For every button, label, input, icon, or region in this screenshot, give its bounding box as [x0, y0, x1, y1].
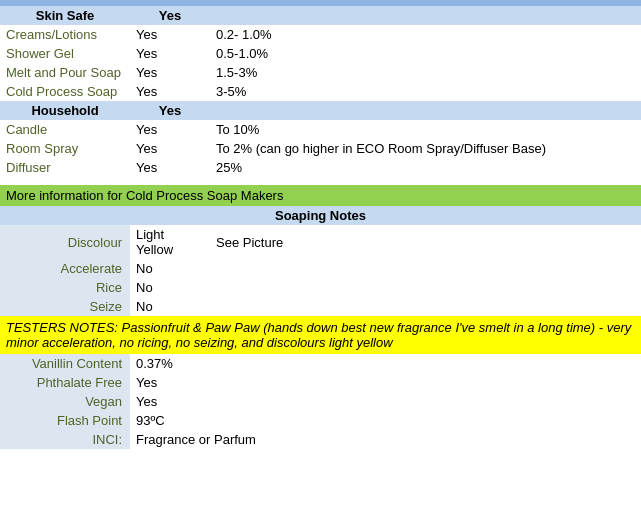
- soaping-value1: Light Yellow: [130, 225, 210, 259]
- info-value: Yes: [130, 392, 641, 411]
- soaping-value1: No: [130, 278, 210, 297]
- subheader-recommended: [210, 6, 641, 25]
- info-value: 0.37%: [130, 354, 641, 373]
- recommended-cell: 1.5-3%: [210, 63, 641, 82]
- suited-cell: Yes: [130, 44, 210, 63]
- table-row: Room Spray Yes To 2% (can go higher in E…: [0, 139, 641, 158]
- info-label: Vegan: [0, 392, 130, 411]
- info-value: Yes: [130, 373, 641, 392]
- info-label: Phthalate Free: [0, 373, 130, 392]
- uses-cell: Shower Gel: [0, 44, 130, 63]
- info-row: Phthalate Free Yes: [0, 373, 641, 392]
- subheader-recommended: [210, 101, 641, 120]
- recommended-cell: 3-5%: [210, 82, 641, 101]
- uses-cell: Melt and Pour Soap: [0, 63, 130, 82]
- soaping-notes-label: Soaping Notes: [0, 206, 641, 225]
- uses-cell: Room Spray: [0, 139, 130, 158]
- soaping-label: Discolour: [0, 225, 130, 259]
- soaping-label: Seize: [0, 297, 130, 316]
- soaping-value2: [210, 297, 641, 316]
- table-row: Melt and Pour Soap Yes 1.5-3%: [0, 63, 641, 82]
- recommended-cell: 25%: [210, 158, 641, 177]
- soaping-value1: No: [130, 297, 210, 316]
- suited-cell: Yes: [130, 139, 210, 158]
- info-label: INCI:: [0, 430, 130, 449]
- info-row: Vanillin Content 0.37%: [0, 354, 641, 373]
- soaping-notes-header: Soaping Notes: [0, 206, 641, 225]
- tester-notes-row: TESTERS NOTES: Passionfruit & Paw Paw (h…: [0, 316, 641, 354]
- soaping-row: Discolour Light Yellow See Picture: [0, 225, 641, 259]
- subheader-label: Skin Safe: [0, 6, 130, 25]
- info-row: Flash Point 93ºC: [0, 411, 641, 430]
- info-label: Flash Point: [0, 411, 130, 430]
- soaping-row: Rice No: [0, 278, 641, 297]
- subheader-row: Household Yes: [0, 101, 641, 120]
- info-row: Vegan Yes: [0, 392, 641, 411]
- suited-cell: Yes: [130, 63, 210, 82]
- subheader-row: Skin Safe Yes: [0, 6, 641, 25]
- uses-cell: Diffuser: [0, 158, 130, 177]
- table-row: Shower Gel Yes 0.5-1.0%: [0, 44, 641, 63]
- table-row: Cold Process Soap Yes 3-5%: [0, 82, 641, 101]
- recommended-cell: 0.5-1.0%: [210, 44, 641, 63]
- tester-notes-text: TESTERS NOTES: Passionfruit & Paw Paw (h…: [0, 316, 641, 354]
- table-row: Diffuser Yes 25%: [0, 158, 641, 177]
- suited-cell: Yes: [130, 158, 210, 177]
- info-label: Vanillin Content: [0, 354, 130, 373]
- suited-cell: Yes: [130, 82, 210, 101]
- soaping-value2: See Picture: [210, 225, 641, 259]
- soaping-row: Accelerate No: [0, 259, 641, 278]
- subheader-suited: Yes: [130, 6, 210, 25]
- cold-process-header: More information for Cold Process Soap M…: [0, 185, 641, 206]
- subheader-label: Household: [0, 101, 130, 120]
- subheader-suited: Yes: [130, 101, 210, 120]
- soaping-value1: No: [130, 259, 210, 278]
- info-value: Fragrance or Parfum: [130, 430, 641, 449]
- section-divider: [0, 177, 641, 185]
- uses-cell: Candle: [0, 120, 130, 139]
- info-value: 93ºC: [130, 411, 641, 430]
- section-header-text: More information for Cold Process Soap M…: [0, 185, 641, 206]
- recommended-cell: To 2% (can go higher in ECO Room Spray/D…: [210, 139, 641, 158]
- soaping-value2: [210, 278, 641, 297]
- recommended-cell: To 10%: [210, 120, 641, 139]
- soaping-label: Rice: [0, 278, 130, 297]
- recommended-cell: 0.2- 1.0%: [210, 25, 641, 44]
- suited-cell: Yes: [130, 120, 210, 139]
- soaping-value2: [210, 259, 641, 278]
- suited-cell: Yes: [130, 25, 210, 44]
- uses-cell: Cold Process Soap: [0, 82, 130, 101]
- soaping-label: Accelerate: [0, 259, 130, 278]
- uses-cell: Creams/Lotions: [0, 25, 130, 44]
- table-row: Candle Yes To 10%: [0, 120, 641, 139]
- soaping-row: Seize No: [0, 297, 641, 316]
- info-row: INCI: Fragrance or Parfum: [0, 430, 641, 449]
- table-row: Creams/Lotions Yes 0.2- 1.0%: [0, 25, 641, 44]
